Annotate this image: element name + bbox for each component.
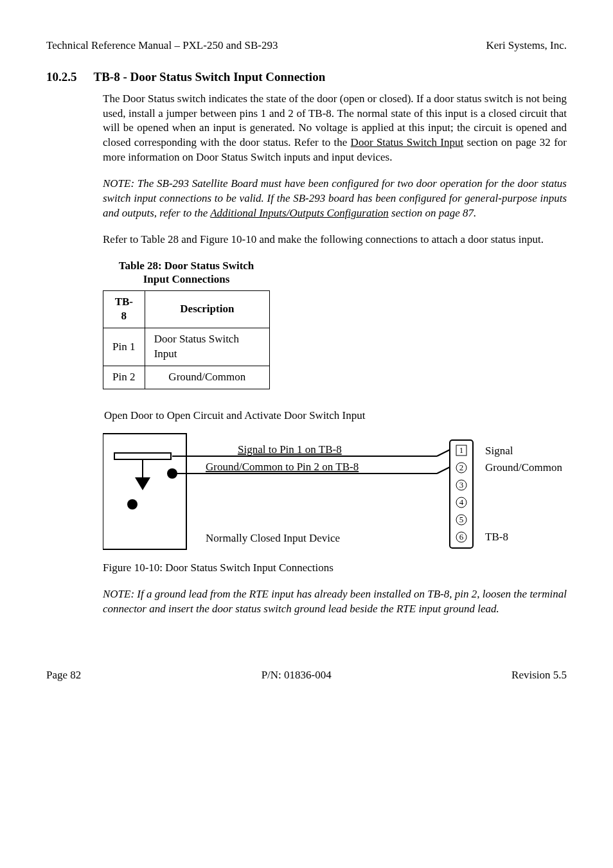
tb8-pin-num-6: 6 (459, 532, 464, 542)
note-1: NOTE: The SB-293 Satellite Board must ha… (103, 177, 567, 221)
note1-link: Additional Inputs/Outputs Configuration (210, 207, 389, 219)
figure-svg: Signal to Pin 1 on TB-8 Ground/Common to… (103, 427, 591, 556)
paragraph-2: Refer to Table 28 and Figure 10-10 and m… (103, 233, 567, 247)
tb8-pin-num-3: 3 (459, 480, 464, 490)
td-desc1: Door Status Switch Input (145, 328, 269, 366)
table-caption-l2: Input Connections (143, 273, 230, 285)
table-header-row: TB-8 Description (103, 290, 270, 328)
section-title: TB-8 - Door Status Switch Input Connecti… (94, 69, 326, 85)
p1-link: Door Status Switch Input (351, 136, 464, 148)
tb8-pin-num-5: 5 (459, 515, 464, 524)
th-description: Description (145, 290, 269, 328)
wire-label-signal: Signal to Pin 1 on TB-8 (238, 443, 342, 456)
footer-left: Page 82 (46, 668, 81, 683)
tb8-label-ground: Ground/Common (485, 461, 562, 474)
td-desc2: Ground/Common (145, 366, 269, 389)
figure-caption: Figure 10-10: Door Status Switch Input C… (103, 561, 567, 576)
wire-ground-angle (437, 467, 450, 474)
wire-label-ground: Ground/Common to Pin 2 on TB-8 (206, 461, 359, 473)
switch-contact-left (127, 499, 138, 509)
wire-signal-angle (437, 450, 450, 456)
note1-text-b: section on page 87. (389, 207, 476, 219)
header-left: Technical Reference Manual – PXL-250 and… (46, 39, 278, 53)
table-caption-l1: Table 28: Door Status Switch (119, 260, 254, 272)
tb8-label-block: TB-8 (485, 531, 508, 543)
switch-plunger-tip (135, 477, 150, 490)
device-label: Normally Closed Input Device (206, 532, 340, 544)
page-header: Technical Reference Manual – PXL-250 and… (46, 39, 567, 53)
tb8-label-signal: Signal (485, 445, 513, 457)
tb8-pin-num-1: 1 (459, 445, 464, 455)
section-heading: 10.2.5 TB-8 - Door Status Switch Input C… (46, 69, 567, 85)
tb8-pin-num-4: 4 (459, 497, 464, 507)
paragraph-1: The Door Status switch indicates the sta… (103, 92, 567, 166)
tb8-pin-num-2: 2 (459, 463, 464, 472)
td-pin1: Pin 1 (103, 328, 145, 366)
table-row: Pin 1 Door Status Switch Input (103, 328, 270, 366)
footer-right: Revision 5.5 (511, 668, 567, 683)
figure-10-10: Open Door to Open Circuit and Activate D… (103, 409, 567, 617)
section-number: 10.2.5 (46, 69, 77, 85)
figure-top-text: Open Door to Open Circuit and Activate D… (104, 409, 567, 423)
switch-plunger-bar (114, 453, 171, 459)
switch-box (103, 434, 186, 549)
note-2: NOTE: If a ground lead from the RTE inpu… (103, 587, 567, 617)
header-right: Keri Systems, Inc. (486, 39, 567, 53)
th-tb8: TB-8 (103, 290, 145, 328)
table-row: Pin 2 Ground/Common (103, 366, 270, 389)
pin-table: TB-8 Description Pin 1 Door Status Switc… (103, 290, 270, 390)
table-caption: Table 28: Door Status Switch Input Conne… (103, 259, 270, 287)
footer-center: P/N: 01836-004 (262, 668, 332, 683)
td-pin2: Pin 2 (103, 366, 145, 389)
page-footer: Page 82 P/N: 01836-004 Revision 5.5 (46, 668, 567, 683)
